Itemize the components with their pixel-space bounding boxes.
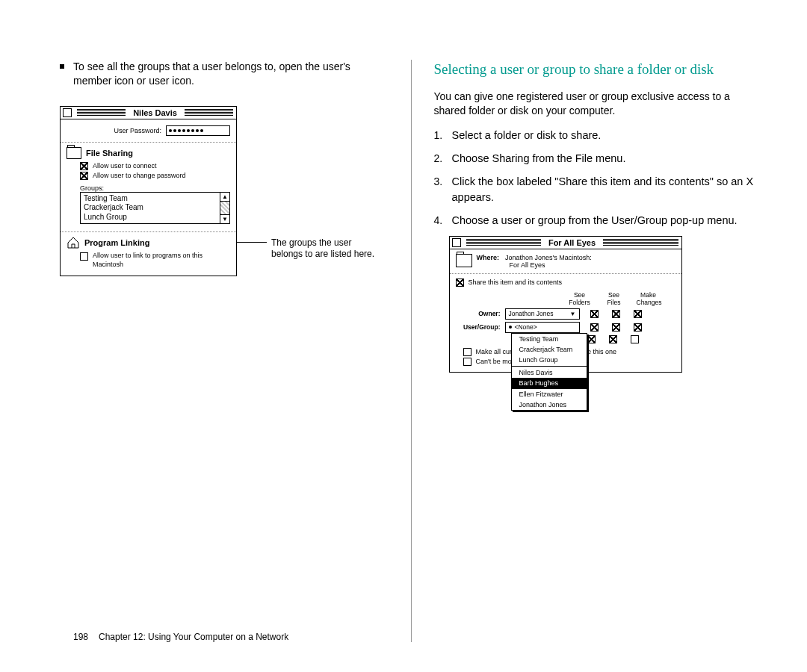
titlebar: Niles Davis bbox=[61, 107, 236, 119]
close-icon[interactable] bbox=[452, 238, 461, 247]
step-item: 4.Choose a user or group from the User/G… bbox=[434, 213, 763, 228]
house-icon bbox=[67, 237, 80, 249]
checkbox-cant-move[interactable] bbox=[463, 358, 471, 366]
popup-item-selected[interactable]: Barb Hughes bbox=[512, 378, 587, 388]
folder-icon bbox=[67, 147, 81, 159]
scrollbar[interactable]: ▲ ▼ bbox=[220, 193, 229, 224]
page-footer: 198 Chapter 12: Using Your Computer on a… bbox=[73, 632, 288, 642]
titlebar-lines bbox=[77, 109, 126, 116]
groups-list: Testing Team Crackerjack Team Lunch Grou… bbox=[81, 193, 220, 224]
column-divider bbox=[411, 60, 412, 642]
window-title: For All Eyes bbox=[544, 238, 600, 247]
usergroup-label: User/Group: bbox=[456, 323, 501, 331]
titlebar: For All Eyes bbox=[450, 237, 681, 249]
password-label: User Password: bbox=[114, 127, 161, 134]
password-field[interactable] bbox=[166, 125, 230, 136]
checkbox-allow-changepw[interactable] bbox=[80, 172, 88, 180]
popup-item[interactable]: Crackerjack Team bbox=[512, 344, 587, 355]
list-item[interactable]: Crackerjack Team bbox=[84, 203, 217, 213]
perm-checkbox[interactable] bbox=[634, 323, 642, 332]
usergroup-dropdown[interactable]: <None> bbox=[505, 322, 580, 333]
popup-item[interactable]: Jonathon Jones bbox=[512, 399, 587, 410]
window-title: Niles Davis bbox=[129, 108, 182, 117]
perm-checkbox[interactable] bbox=[590, 310, 599, 318]
callout-line bbox=[237, 242, 267, 243]
usergroup-popup[interactable]: Testing Team Crackerjack Team Lunch Grou… bbox=[511, 333, 587, 411]
section-heading: Selecting a user or group to share a fol… bbox=[434, 60, 763, 79]
popup-item[interactable]: Ellen Fitzwater bbox=[512, 389, 587, 399]
popup-item[interactable]: Testing Team bbox=[512, 334, 587, 344]
bullet-item: To see all the groups that a user belong… bbox=[60, 60, 389, 88]
page-number: 198 bbox=[73, 632, 88, 642]
perm-checkbox[interactable] bbox=[631, 335, 639, 343]
popup-item[interactable]: Niles Davis bbox=[512, 367, 587, 378]
allow-changepw-label: Allow user to change password bbox=[93, 172, 186, 179]
perm-checkbox[interactable] bbox=[587, 335, 596, 343]
checkbox-allow-connect[interactable] bbox=[80, 162, 88, 170]
groups-label: Groups: bbox=[80, 184, 230, 192]
step-item: 2.Choose Sharing from the File menu. bbox=[434, 151, 763, 167]
file-sharing-header: File Sharing bbox=[86, 149, 133, 158]
allow-connect-label: Allow user to connect bbox=[93, 162, 157, 169]
popup-item[interactable]: Lunch Group bbox=[512, 355, 587, 365]
titlebar-lines bbox=[185, 109, 233, 116]
bullet-text: To see all the groups that a user belong… bbox=[73, 60, 389, 88]
where-label: Where: bbox=[477, 254, 500, 261]
folder-icon bbox=[456, 254, 472, 267]
list-item[interactable]: Testing Team bbox=[84, 194, 217, 204]
owner-dropdown[interactable]: Jonathon Jones▼ bbox=[505, 308, 580, 320]
close-icon[interactable] bbox=[63, 108, 72, 117]
where-path: Jonathon Jones's Macintosh: bbox=[505, 254, 592, 261]
list-item[interactable]: Lunch Group bbox=[84, 213, 217, 223]
perm-header: MakeChanges bbox=[637, 291, 661, 306]
checkbox-make-all[interactable] bbox=[463, 348, 471, 356]
perm-checkbox[interactable] bbox=[609, 335, 617, 343]
step-item: 3.Click the box labeled "Share this item… bbox=[434, 174, 763, 205]
program-linking-header: Program Linking bbox=[84, 238, 149, 247]
perm-checkbox[interactable] bbox=[634, 310, 642, 318]
chapter-title: Chapter 12: Using Your Computer on a Net… bbox=[99, 632, 288, 642]
scroll-up-icon[interactable]: ▲ bbox=[220, 193, 229, 202]
perm-checkbox[interactable] bbox=[612, 310, 620, 318]
chevron-down-icon: ▼ bbox=[570, 311, 576, 317]
bullet-icon bbox=[60, 64, 64, 69]
perm-checkbox[interactable] bbox=[612, 323, 620, 332]
checkbox-share-item[interactable] bbox=[456, 279, 464, 287]
scroll-down-icon[interactable]: ▼ bbox=[220, 214, 229, 223]
step-item: 1.Select a folder or disk to share. bbox=[434, 128, 763, 143]
owner-label: Owner: bbox=[456, 310, 501, 317]
checkbox-allow-link[interactable] bbox=[80, 252, 88, 261]
callout-caption: The groups the user belongs to are liste… bbox=[271, 237, 374, 261]
where-path-2: For All Eyes bbox=[510, 261, 592, 269]
perm-header: SeeFiles bbox=[602, 291, 626, 306]
intro-paragraph: You can give one registered user or grou… bbox=[434, 90, 763, 119]
perm-header: SeeFolders bbox=[568, 291, 592, 306]
share-item-label: Share this item and its contents bbox=[469, 279, 563, 286]
user-window: Niles Davis User Password: File Sh bbox=[60, 106, 237, 276]
sharing-window: For All Eyes Where: Jonathon Jones's Mac… bbox=[449, 236, 682, 373]
perm-checkbox[interactable] bbox=[590, 323, 599, 332]
allow-link-label: Allow user to link to programs on this M… bbox=[93, 252, 230, 269]
